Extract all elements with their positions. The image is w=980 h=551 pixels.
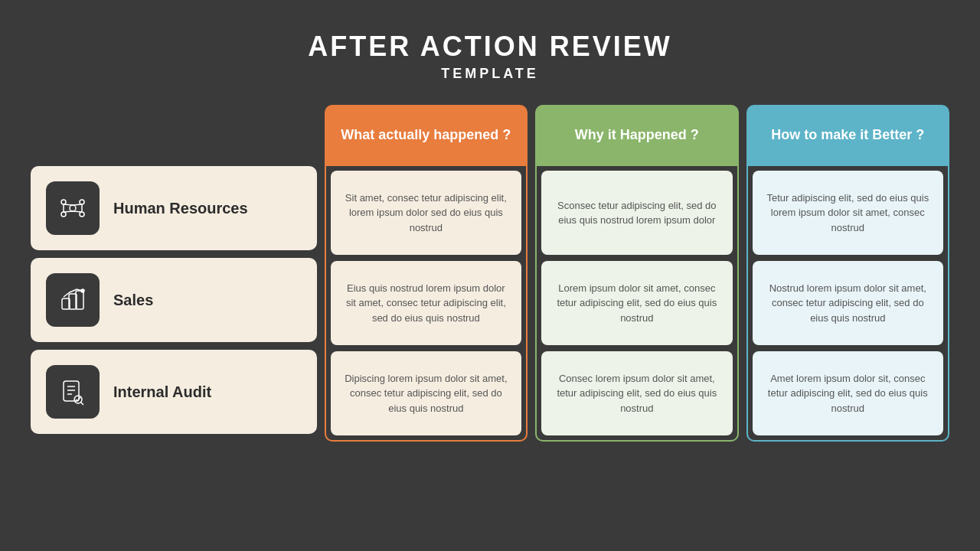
col2-cell-3-text: Consec lorem ipsum dolor sit amet, tetur…	[554, 371, 720, 416]
col2-cell-3: Consec lorem ipsum dolor sit amet, tetur…	[541, 351, 732, 435]
col1-cell-1-text: Sit amet, consec tetur adipiscing elit, …	[343, 191, 509, 236]
svg-line-8	[73, 211, 82, 212]
col2-header: Why it Happened ?	[535, 105, 738, 166]
col1-cell-3-text: Dipiscing lorem ipsum dolor sit amet, co…	[343, 371, 509, 416]
col3-body: Tetur adipiscing elit, sed do eius quis …	[746, 166, 949, 442]
sub-title: TEMPLATE	[308, 66, 672, 82]
col3-cell-2: Nostrud lorem ipsum dolor sit amet, cons…	[753, 261, 943, 345]
col2-header-text: Why it Happened ?	[575, 126, 699, 144]
audit-icon-box	[46, 365, 100, 419]
row-sales: Sales	[31, 258, 317, 342]
col1-cell-2: Eius quis nostrud lorem ipsum dolor sit …	[331, 261, 521, 345]
svg-line-7	[64, 211, 73, 212]
col2-cell-2: Lorem ipsum dolor sit amet, consec tetur…	[541, 261, 732, 345]
col2-cell-2-text: Lorem ipsum dolor sit amet, consec tetur…	[554, 281, 720, 326]
title-section: AFTER ACTION REVIEW TEMPLATE	[308, 31, 672, 82]
col3-header-text: How to make it Better ?	[771, 126, 924, 144]
col3-cell-1-text: Tetur adipiscing elit, sed do eius quis …	[765, 191, 931, 236]
col1-header: What actually happened ?	[325, 105, 528, 166]
svg-line-6	[73, 204, 82, 205]
col3-cell-3-text: Amet lorem ipsum dolor sit, consec tetur…	[765, 371, 931, 416]
col1-body: Sit amet, consec tetur adipiscing elit, …	[325, 166, 528, 442]
col3-cell-1: Tetur adipiscing elit, sed do eius quis …	[753, 171, 943, 255]
sales-icon-box	[46, 273, 100, 327]
svg-line-20	[81, 403, 84, 406]
left-column: Human Resources Sales	[31, 105, 317, 442]
col2-body: Sconsec tetur adipiscing elit, sed do ei…	[535, 166, 738, 442]
sales-label: Sales	[113, 292, 153, 309]
col1-cell-2-text: Eius quis nostrud lorem ipsum dolor sit …	[343, 281, 509, 326]
row-human-resources: Human Resources	[31, 166, 317, 250]
column-what-happened: What actually happened ? Sit amet, conse…	[325, 105, 528, 442]
human-resources-label: Human Resources	[113, 200, 248, 217]
spacer	[31, 105, 317, 166]
col3-header: How to make it Better ?	[746, 105, 949, 166]
col1-cell-1: Sit amet, consec tetur adipiscing elit, …	[331, 171, 521, 255]
svg-point-1	[61, 200, 66, 204]
network-icon	[57, 193, 88, 223]
audit-icon	[57, 377, 88, 407]
col1-cell-3: Dipiscing lorem ipsum dolor sit amet, co…	[331, 351, 521, 435]
svg-point-2	[80, 200, 84, 204]
column-how-better: How to make it Better ? Tetur adipiscing…	[746, 105, 949, 442]
svg-point-4	[80, 212, 84, 217]
col1-header-text: What actually happened ?	[341, 126, 511, 144]
col3-cell-3: Amet lorem ipsum dolor sit, consec tetur…	[753, 351, 943, 435]
sales-icon	[57, 285, 88, 315]
svg-point-3	[61, 212, 66, 217]
svg-line-5	[64, 204, 73, 205]
row-internal-audit: Internal Audit	[31, 350, 317, 434]
table-container: Human Resources Sales	[31, 105, 949, 442]
col2-cell-1-text: Sconsec tetur adipiscing elit, sed do ei…	[554, 198, 720, 228]
column-why-happened: Why it Happened ? Sconsec tetur adipisci…	[535, 105, 738, 442]
human-resources-icon-box	[46, 181, 100, 235]
svg-point-0	[70, 205, 76, 211]
main-title: AFTER ACTION REVIEW	[308, 31, 672, 63]
internal-audit-label: Internal Audit	[113, 383, 211, 401]
svg-rect-15	[64, 381, 79, 401]
svg-point-14	[81, 289, 84, 292]
col2-cell-1: Sconsec tetur adipiscing elit, sed do ei…	[541, 171, 732, 255]
col3-cell-2-text: Nostrud lorem ipsum dolor sit amet, cons…	[765, 281, 931, 326]
